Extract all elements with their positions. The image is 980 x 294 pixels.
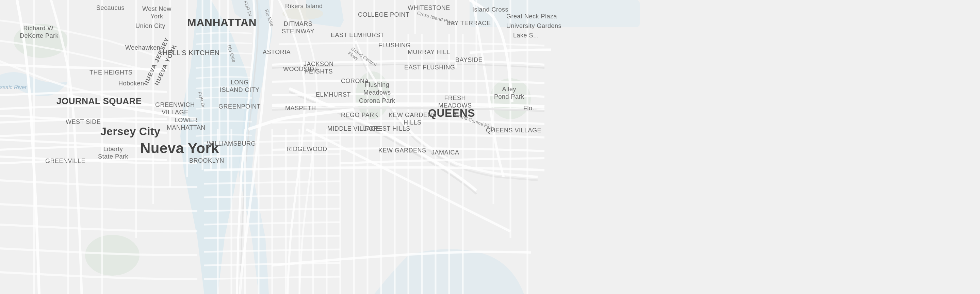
map-container: MANHATTAN Nueva York Jersey City QUEENS … (0, 0, 980, 294)
map-svg (0, 0, 980, 294)
svg-rect-1 (469, 0, 640, 27)
passaic-river-label: ssaic River (0, 84, 27, 91)
